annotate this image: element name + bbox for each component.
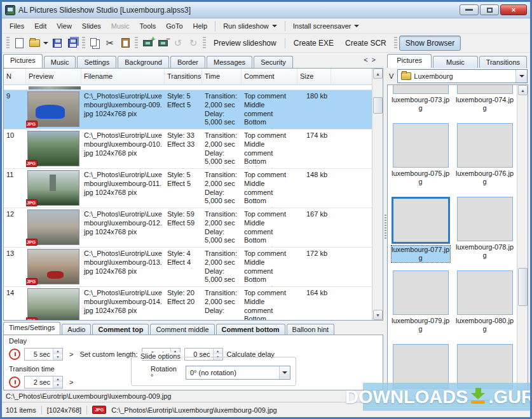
- menu-install-screensaver[interactable]: Install screensaver: [288, 20, 365, 32]
- copy-button[interactable]: [87, 36, 102, 51]
- col-comment[interactable]: Comment: [242, 69, 297, 84]
- cut-button[interactable]: ✂: [102, 36, 118, 51]
- scrollbar-thumb[interactable]: [518, 268, 528, 306]
- save-icon: [53, 39, 62, 48]
- chevron-down-icon: [519, 75, 524, 77]
- delay-spinner[interactable]: 5 sec▲▼: [24, 348, 63, 361]
- col-filename[interactable]: Filename: [81, 69, 165, 84]
- browser-thumb[interactable]: luxembourg-076.jpg: [454, 123, 515, 194]
- remove-slide-button[interactable]: −: [155, 36, 170, 51]
- menu-tools[interactable]: Tools: [135, 20, 161, 32]
- col-n[interactable]: N: [4, 69, 26, 84]
- minimize-button[interactable]: [460, 4, 479, 15]
- transition-time-spinner[interactable]: 2 sec▲▼: [24, 376, 63, 389]
- delay-label: Delay: [9, 337, 378, 345]
- slide-settings-panel: Times/Settings Audio Comment top Comment…: [3, 321, 383, 402]
- save-all-button[interactable]: [65, 36, 80, 51]
- tab-security[interactable]: Security: [254, 56, 293, 68]
- spin-down-icon: ▼: [53, 382, 62, 388]
- menu-files[interactable]: Files: [4, 20, 29, 32]
- app-window: AL Pictures Slideshow Studio [Luxembourg…: [0, 0, 532, 419]
- tab-comment-middle[interactable]: Comment middle: [150, 324, 214, 335]
- menu-bar: Files Edit View Slides Music Tools GoTo …: [2, 18, 530, 34]
- clock-icon: [9, 349, 20, 360]
- col-transitions[interactable]: Transitions: [165, 69, 202, 84]
- table-row[interactable]: 14 JPG C:\_Photos\Eurotrip\Luxembourg\lu…: [4, 287, 372, 320]
- table-row[interactable]: 9 JPG C:\_Photos\Eurotrip\Luxembourg\lux…: [4, 90, 372, 130]
- tab-music[interactable]: Music: [44, 56, 76, 68]
- rotation-label: Rotation °: [151, 365, 181, 380]
- table-row[interactable]: 10 JPG C:\_Photos\Eurotrip\Luxembourg\lu…: [4, 130, 372, 169]
- table-row[interactable]: 11 JPG C:\_Photos\Eurotrip\Luxembourg\lu…: [4, 169, 372, 208]
- browser-tab-music[interactable]: Music: [433, 56, 477, 68]
- rotation-dropdown[interactable]: 0° (no rotation): [186, 366, 290, 380]
- status-resolution: [1024x768]: [47, 406, 81, 414]
- paste-button[interactable]: [118, 36, 133, 51]
- tab-audio[interactable]: Audio: [62, 324, 91, 335]
- save-button[interactable]: [50, 36, 65, 51]
- menu-view[interactable]: View: [51, 20, 77, 32]
- browser-thumb[interactable]: luxembourg-074.jpg: [454, 84, 515, 121]
- open-project-button[interactable]: [27, 36, 42, 51]
- tab-balloon-hint[interactable]: Balloon hint: [287, 324, 335, 335]
- jpg-badge: JPG: [26, 239, 38, 246]
- browser-thumb[interactable]: luxembourg-079.jpg: [390, 270, 451, 342]
- scroll-up-icon[interactable]: ▲: [373, 69, 383, 79]
- browser-thumb[interactable]: luxembourg-075.jpg: [390, 123, 451, 194]
- spin-up-icon: ▲: [214, 349, 222, 354]
- restore-button[interactable]: [480, 4, 499, 15]
- tab-messages[interactable]: Messages: [207, 56, 252, 68]
- tab-background[interactable]: Background: [118, 56, 169, 68]
- show-browser-toggle[interactable]: Show Browser: [399, 36, 461, 51]
- chevron-down-icon: [43, 42, 48, 44]
- slides-pane: Pictures Music Settings Background Borde…: [2, 53, 383, 402]
- downloads-guru-watermark: DOWNLOADS .GURU: [363, 383, 530, 411]
- browser-tabstrip: Pictures Music Transitions: [387, 54, 528, 68]
- table-row[interactable]: 12 JPG C:\_Photos\Eurotrip\Luxembourg\lu…: [4, 208, 372, 248]
- browser-tab-pictures[interactable]: Pictures: [387, 54, 432, 68]
- tab-comment-top[interactable]: Comment top: [92, 324, 149, 335]
- status-items-count: 101 items: [6, 406, 36, 414]
- window-title: AL Pictures Slideshow Studio [Luxembourg…: [18, 6, 460, 15]
- tab-scroll-buttons[interactable]: <>: [364, 56, 379, 63]
- save-all-icon: [68, 39, 77, 48]
- tab-times-settings[interactable]: Times/Settings: [3, 322, 60, 335]
- add-slide-button[interactable]: +: [140, 36, 155, 51]
- create-scr-button[interactable]: Create SCR: [339, 36, 392, 50]
- spin-down-icon: ▼: [53, 354, 62, 360]
- menu-slides[interactable]: Slides: [77, 20, 106, 32]
- browser-scrollbar[interactable]: ▲ ▼: [517, 85, 528, 400]
- menu-run-slideshow[interactable]: Run slideshow: [218, 20, 282, 32]
- scrollbar-thumb[interactable]: [373, 97, 383, 114]
- create-exe-button[interactable]: Create EXE: [288, 36, 339, 50]
- preview-slideshow-button[interactable]: Preview slideshow: [208, 36, 282, 50]
- col-size[interactable]: Size: [297, 69, 331, 84]
- tab-pictures[interactable]: Pictures: [3, 54, 43, 68]
- new-project-button[interactable]: [11, 36, 27, 51]
- tab-comment-bottom[interactable]: Comment bottom: [216, 324, 285, 335]
- toolbar-grip: [394, 37, 397, 50]
- browser-thumb-selected[interactable]: luxembourg-077.jpg: [390, 197, 451, 268]
- folder-dropdown[interactable]: Luxembourg: [397, 69, 528, 83]
- browser-thumb[interactable]: luxembourg-078.jpg: [454, 197, 515, 268]
- chevron-down-icon: [282, 371, 287, 374]
- browser-tab-transitions[interactable]: Transitions: [479, 56, 527, 68]
- scroll-up-icon[interactable]: ▲: [518, 85, 528, 95]
- browser-thumb[interactable]: luxembourg-073.jpg: [390, 84, 451, 121]
- tab-settings[interactable]: Settings: [77, 56, 116, 68]
- menu-goto[interactable]: GoTo: [161, 20, 188, 32]
- close-button[interactable]: ✕: [500, 4, 527, 15]
- menu-help[interactable]: Help: [188, 20, 213, 32]
- table-row[interactable]: 13 JPG C:\_Photos\Eurotrip\Luxembourg\lu…: [4, 248, 372, 287]
- paste-icon: [121, 38, 130, 48]
- browser-thumb[interactable]: luxembourg-080.jpg: [454, 270, 515, 342]
- col-preview[interactable]: Preview: [26, 69, 81, 84]
- menu-edit[interactable]: Edit: [29, 20, 51, 32]
- table-scrollbar[interactable]: ▲ ▼: [372, 69, 383, 320]
- col-time[interactable]: Time: [202, 69, 242, 84]
- scroll-down-icon[interactable]: ▼: [373, 310, 383, 320]
- clock-icon: [9, 376, 20, 388]
- jpg-badge: JPG: [26, 121, 38, 128]
- open-dropdown-button[interactable]: [42, 36, 50, 51]
- tab-border[interactable]: Border: [170, 56, 205, 68]
